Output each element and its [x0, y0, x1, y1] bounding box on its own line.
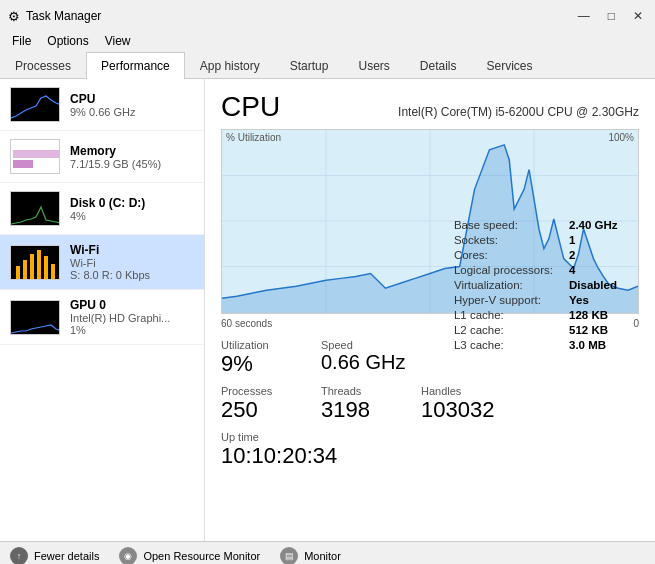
tab-app-history[interactable]: App history: [185, 52, 275, 79]
sidebar: CPU 9% 0.66 GHz Memory 7.1/15.9 GB (45%): [0, 79, 205, 541]
spec-sockets: Sockets: 1: [454, 234, 639, 246]
spec-logical-key: Logical processors:: [454, 264, 553, 276]
sidebar-item-memory[interactable]: Memory 7.1/15.9 GB (45%): [0, 131, 204, 183]
stat-utilization-label: Utilization: [221, 339, 301, 351]
svg-rect-3: [16, 266, 20, 280]
sidebar-item-cpu[interactable]: CPU 9% 0.66 GHz: [0, 79, 204, 131]
stat-utilization-value: 9%: [221, 351, 301, 377]
spec-base-speed-key: Base speed:: [454, 219, 518, 231]
stat-speed-label: Speed: [321, 339, 405, 351]
cpu-info: CPU 9% 0.66 GHz: [70, 92, 194, 118]
spec-virt-key: Virtualization:: [454, 279, 523, 291]
disk-info: Disk 0 (C: D:) 4%: [70, 196, 194, 222]
svg-rect-8: [51, 264, 55, 280]
cpu-title: CPU: [70, 92, 194, 106]
spec-l3-val: 3.0 MB: [569, 339, 639, 351]
detail-subtitle: Intel(R) Core(TM) i5-6200U CPU @ 2.30GHz: [398, 105, 639, 119]
fewer-details-label: Fewer details: [34, 550, 99, 562]
minimize-button[interactable]: —: [574, 9, 594, 23]
sidebar-item-disk[interactable]: Disk 0 (C: D:) 4%: [0, 183, 204, 235]
title-bar-left: ⚙ Task Manager: [8, 9, 101, 24]
memory-title: Memory: [70, 144, 194, 158]
monitor-icon: ▤: [280, 547, 298, 565]
wifi-info: Wi-Fi Wi-Fi S: 8.0 R: 0 Kbps: [70, 243, 194, 281]
spec-logical: Logical processors: 4: [454, 264, 639, 276]
app-title: Task Manager: [26, 9, 101, 23]
svg-rect-2: [13, 160, 33, 168]
disk-thumb: [10, 191, 60, 226]
spec-l2-val: 512 KB: [569, 324, 639, 336]
svg-rect-1: [13, 150, 59, 158]
spec-virt: Virtualization: Disabled: [454, 279, 639, 291]
menu-file[interactable]: File: [8, 32, 35, 50]
spec-sockets-val: 1: [569, 234, 639, 246]
resource-monitor-label: Open Resource Monitor: [143, 550, 260, 562]
stat-processes-label: Processes: [221, 385, 301, 397]
resource-monitor-button[interactable]: ◉ Open Resource Monitor: [119, 547, 260, 565]
gpu-sub2: 1%: [70, 324, 194, 336]
spec-l1-val: 128 KB: [569, 309, 639, 321]
spec-hyperv-val: Yes: [569, 294, 639, 306]
gpu-sub1: Intel(R) HD Graphi...: [70, 312, 194, 324]
detail-title: CPU: [221, 91, 280, 123]
maximize-button[interactable]: □: [604, 9, 619, 23]
stat-handles-label: Handles: [421, 385, 501, 397]
app-icon: ⚙: [8, 9, 20, 24]
spec-l2: L2 cache: 512 KB: [454, 324, 639, 336]
stat-threads-label: Threads: [321, 385, 401, 397]
bottom-bar: ↑ Fewer details ◉ Open Resource Monitor …: [0, 541, 655, 564]
stat-processes: Processes 250: [221, 385, 301, 423]
spec-l2-key: L2 cache:: [454, 324, 504, 336]
memory-info: Memory 7.1/15.9 GB (45%): [70, 144, 194, 170]
memory-thumb: [10, 139, 60, 174]
stat-threads: Threads 3198: [321, 385, 401, 423]
resource-monitor-icon: ◉: [119, 547, 137, 565]
wifi-sub1: Wi-Fi: [70, 257, 194, 269]
cpu-thumb: [10, 87, 60, 122]
svg-rect-6: [37, 250, 41, 280]
menu-view[interactable]: View: [101, 32, 135, 50]
sidebar-item-wifi[interactable]: Wi-Fi Wi-Fi S: 8.0 R: 0 Kbps: [0, 235, 204, 290]
wifi-thumb: [10, 245, 60, 280]
spec-cores-val: 2: [569, 249, 639, 261]
tab-details[interactable]: Details: [405, 52, 472, 79]
stat-speed: Speed 0.66 GHz: [321, 339, 405, 377]
stat-handles-value: 103032: [421, 397, 501, 423]
memory-sub: 7.1/15.9 GB (45%): [70, 158, 194, 170]
svg-rect-4: [23, 260, 27, 280]
stat-threads-value: 3198: [321, 397, 401, 423]
chart-time-left: 60 seconds: [221, 318, 272, 329]
close-button[interactable]: ✕: [629, 9, 647, 23]
tab-processes[interactable]: Processes: [0, 52, 86, 79]
monitor-button[interactable]: ▤ Monitor: [280, 547, 341, 565]
stat-handles: Handles 103032: [421, 385, 501, 423]
gpu-thumb: [10, 300, 60, 335]
tab-startup[interactable]: Startup: [275, 52, 344, 79]
detail-panel: CPU Intel(R) Core(TM) i5-6200U CPU @ 2.3…: [205, 79, 655, 541]
monitor-label: Monitor: [304, 550, 341, 562]
wifi-title: Wi-Fi: [70, 243, 194, 257]
spec-hyperv-key: Hyper-V support:: [454, 294, 541, 306]
stat-utilization: Utilization 9%: [221, 339, 301, 377]
cpu-sub: 9% 0.66 GHz: [70, 106, 194, 118]
fewer-details-button[interactable]: ↑ Fewer details: [10, 547, 99, 565]
tab-performance[interactable]: Performance: [86, 52, 185, 79]
spec-cores-key: Cores:: [454, 249, 488, 261]
spec-sockets-key: Sockets:: [454, 234, 498, 246]
specs-table: Base speed: 2.40 GHz Sockets: 1 Cores: 2…: [454, 219, 639, 354]
stat-speed-value: 0.66 GHz: [321, 351, 405, 374]
sidebar-item-gpu[interactable]: GPU 0 Intel(R) HD Graphi... 1%: [0, 290, 204, 345]
wifi-sub2: S: 8.0 R: 0 Kbps: [70, 269, 194, 281]
chart-y-max: 100%: [608, 132, 634, 143]
menu-bar: File Options View: [0, 30, 655, 52]
menu-options[interactable]: Options: [43, 32, 92, 50]
detail-header: CPU Intel(R) Core(TM) i5-6200U CPU @ 2.3…: [221, 91, 639, 123]
tab-bar: Processes Performance App history Startu…: [0, 52, 655, 79]
uptime-container: Up time 10:10:20:34: [221, 431, 639, 469]
tab-services[interactable]: Services: [472, 52, 548, 79]
tab-users[interactable]: Users: [343, 52, 404, 79]
spec-cores: Cores: 2: [454, 249, 639, 261]
spec-hyperv: Hyper-V support: Yes: [454, 294, 639, 306]
uptime-label: Up time: [221, 431, 639, 443]
disk-sub: 4%: [70, 210, 194, 222]
